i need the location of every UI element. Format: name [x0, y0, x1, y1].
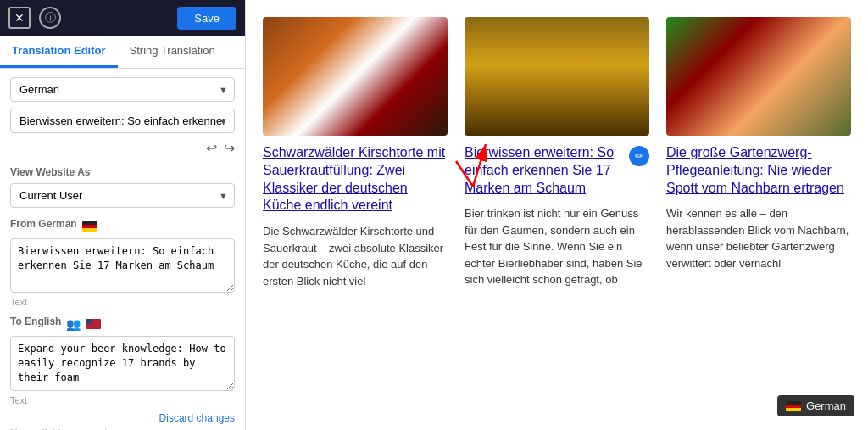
articles-grid: Schwarzwälder Kirschtorte mit Sauerkraut… — [263, 17, 851, 289]
article-image-gnome — [666, 17, 851, 136]
article-dropdown-wrapper: Bierwissen erweitern: So einfach erkenne… — [10, 109, 235, 133]
to-section: To English 👥 Expand your beer knowledge:… — [10, 316, 235, 423]
article-card-gnome: Die große Gartenzwerg-Pflegeanleitung: N… — [666, 17, 851, 289]
discard-button[interactable]: Discard changes — [159, 412, 235, 424]
panel-body: German French Spanish ▼ Bierwissen erwei… — [0, 69, 245, 430]
article-body-beer: Bier trinken ist nicht nur ein Genuss fü… — [465, 205, 649, 288]
language-dropdown-wrapper: German French Spanish ▼ — [10, 77, 235, 102]
badge-label: German — [806, 399, 846, 412]
badge-flag-german — [786, 401, 801, 411]
people-icon: 👥 — [66, 317, 81, 331]
right-panel: Schwarzwälder Kirschtorte mit Sauerkraut… — [246, 0, 868, 430]
to-text-field[interactable]: Expand your beer knowledge: How to easil… — [10, 336, 235, 390]
from-text-field[interactable]: Bierwissen erweitern: So einfach erkenne… — [10, 238, 235, 293]
article-body-cake: Die Schwarzwälder Kirschtorte und Sauerk… — [263, 223, 448, 289]
article-title-beer[interactable]: Bierwissen erweitern: So einfach erkenne… — [465, 144, 624, 197]
left-panel: ✕ ⓘ Save Translation Editor String Trans… — [0, 0, 246, 430]
next-arrow-button[interactable]: ↪ — [224, 140, 235, 156]
info-button[interactable]: ⓘ — [39, 7, 61, 29]
from-label-row: From German — [10, 218, 235, 235]
from-section: From German Bierwissen erweitern: So ein… — [10, 218, 235, 307]
to-label: To English — [10, 316, 61, 327]
article-title-beer-wrapper: Bierwissen erweitern: So einfach erkenne… — [465, 144, 649, 197]
article-select[interactable]: Bierwissen erweitern: So einfach erkenne… — [10, 109, 235, 133]
article-title-gnome[interactable]: Die große Gartenzwerg-Pflegeanleitung: N… — [666, 144, 851, 197]
tabs-bar: Translation Editor String Translation — [0, 36, 245, 69]
flag-german — [82, 221, 97, 232]
article-card-cake: Schwarzwälder Kirschtorte mit Sauerkraut… — [263, 17, 448, 289]
save-button[interactable]: Save — [177, 7, 236, 30]
tab-string-translation[interactable]: String Translation — [118, 36, 227, 68]
view-website-section: View Website As Current User Guest Admin… — [10, 166, 235, 208]
article-image-beer — [465, 17, 649, 136]
german-badge: German — [777, 395, 854, 416]
language-select[interactable]: German French Spanish — [10, 77, 235, 102]
article-card-beer: Bierwissen erweitern: So einfach erkenne… — [465, 17, 649, 289]
prev-arrow-button[interactable]: ↩ — [206, 140, 217, 156]
to-field-label: Text — [10, 395, 235, 405]
article-body-gnome: Wir kennen es alle – den herablassenden … — [666, 205, 851, 271]
from-field-label: Text — [10, 297, 235, 307]
flag-us — [86, 319, 101, 329]
to-label-row: To English 👥 — [10, 316, 235, 332]
discard-row: Discard changes — [10, 412, 235, 424]
view-website-select[interactable]: Current User Guest Admin — [10, 183, 235, 208]
from-label: From German — [10, 218, 77, 230]
top-bar: ✕ ⓘ Save — [0, 0, 245, 36]
article-image-cake — [263, 17, 448, 136]
edit-pencil-button[interactable]: ✏ — [629, 146, 649, 166]
close-button[interactable]: ✕ — [8, 7, 31, 29]
article-title-cake[interactable]: Schwarzwälder Kirschtorte mit Sauerkraut… — [263, 144, 448, 215]
tab-translation-editor[interactable]: Translation Editor — [0, 36, 118, 68]
view-website-label: View Website As — [10, 166, 235, 178]
nav-arrows: ↩ ↪ — [10, 140, 235, 156]
view-website-dropdown-wrapper: Current User Guest Admin ▼ — [10, 183, 235, 208]
